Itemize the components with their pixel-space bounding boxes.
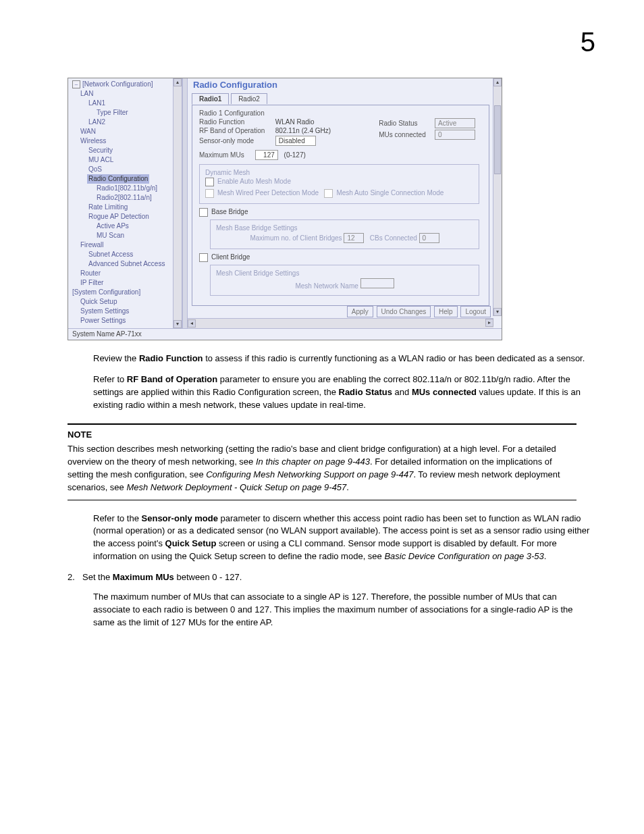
scroll-thumb[interactable] xyxy=(494,105,501,174)
nav-item-active-aps[interactable]: Active APs xyxy=(95,222,130,230)
nav-item-rate[interactable]: Rate Limiting xyxy=(87,203,129,211)
label-rfband: RF Band of Operation xyxy=(199,127,273,134)
label-maxmus: Maximum MUs xyxy=(199,151,253,159)
label-base-bridge: Base Bridge xyxy=(211,208,248,215)
checkbox-peer-detect xyxy=(205,189,214,198)
label-radio-status: Radio Status xyxy=(379,120,433,127)
scroll-left-icon[interactable]: ◂ xyxy=(188,319,196,328)
content-scrollbar-v[interactable]: ▴ ▾ xyxy=(493,78,502,316)
scroll-right-icon[interactable]: ▸ xyxy=(485,319,493,327)
nav-item-adv-subnet[interactable]: Advanced Subnet Access xyxy=(87,260,166,267)
paragraph-radio-function: Review the Radio Function to assess if t… xyxy=(93,353,590,365)
label-cbs-conn: CBs Connected xyxy=(370,234,417,242)
status-bar: System Name AP-71xx xyxy=(68,328,502,340)
button-row: Apply Undo Changes Help Logout xyxy=(346,306,491,317)
nav-item-radio2[interactable]: Radio2[802.11a/n] xyxy=(95,194,153,201)
fieldset-radio1: Radio 1 Configuration Radio Function WLA… xyxy=(192,105,489,306)
screenshot: –[Network Configuration] LAN LAN1 Type F… xyxy=(68,78,502,340)
splitter[interactable] xyxy=(182,78,188,328)
checkbox-base-bridge[interactable] xyxy=(199,208,208,217)
nav-item-qos[interactable]: QoS xyxy=(87,165,103,173)
content-title: Radio Configuration xyxy=(188,78,502,91)
nav-item-lan[interactable]: LAN xyxy=(79,90,95,97)
help-button[interactable]: Help xyxy=(434,306,458,317)
scroll-up-icon[interactable]: ▴ xyxy=(493,78,502,86)
nav-item-mu-scan[interactable]: MU Scan xyxy=(95,232,126,239)
legend-dynmesh: Dynamic Mesh xyxy=(203,169,252,176)
nav-item-subnet[interactable]: Subnet Access xyxy=(87,251,134,258)
content-pane: Radio Configuration Radio1 Radio2 Radio … xyxy=(188,78,502,328)
nav-item-wan[interactable]: WAN xyxy=(79,128,97,135)
tree-toggle-icon[interactable]: – xyxy=(72,80,80,88)
scroll-down-icon[interactable]: ▾ xyxy=(173,320,182,328)
content-scrollbar-h[interactable]: ◂ ▸ xyxy=(188,318,493,328)
nav-item-muacl[interactable]: MU ACL xyxy=(87,156,115,163)
nav-item-sysconfig[interactable]: [System Configuration] xyxy=(71,288,142,296)
step-2: 2. Set the Maximum MUs between 0 - 127. xyxy=(68,571,590,584)
value-cbs-conn: 0 xyxy=(419,233,439,243)
legend-client-bridge: Mesh Client Bridge Settings xyxy=(213,269,302,277)
nav-item-security[interactable]: Security xyxy=(87,147,114,154)
nav-item-lan2[interactable]: LAN2 xyxy=(87,118,107,126)
paragraph-rf-band: Refer to RF Band of Operation parameter … xyxy=(93,373,590,412)
checkbox-auto-mesh[interactable] xyxy=(205,178,214,186)
label-radio-function: Radio Function xyxy=(199,118,273,126)
value-radio-status: Active xyxy=(435,118,475,128)
nav-item-syssettings[interactable]: System Settings xyxy=(79,307,130,315)
nav-item-ipfilter[interactable]: IP Filter xyxy=(79,279,105,286)
note-body: This section describes mesh networking (… xyxy=(68,443,576,494)
nav-item-power[interactable]: Power Settings xyxy=(79,317,127,324)
legend-base-bridge: Mesh Base Bridge Settings xyxy=(213,224,300,232)
label-peer-detect: Mesh Wired Peer Detection Mode xyxy=(217,189,319,197)
logout-button[interactable]: Logout xyxy=(460,306,491,317)
nav-item-rogue[interactable]: Rogue AP Detection xyxy=(87,213,151,220)
nav-root[interactable]: –[Network Configuration] xyxy=(71,80,182,89)
page-number: 5 xyxy=(41,27,603,57)
apply-button[interactable]: Apply xyxy=(347,306,373,317)
label-musconn: MUs connected xyxy=(379,131,433,138)
tab-radio2[interactable]: Radio2 xyxy=(231,93,267,104)
label-single-conn: Mesh Auto Single Connection Mode xyxy=(336,189,444,197)
value-mesh-name xyxy=(360,278,394,288)
fieldset-client-bridge: Mesh Client Bridge Settings Mesh Network… xyxy=(210,265,479,296)
legend-radio1: Radio 1 Configuration xyxy=(196,109,267,117)
scroll-up-icon[interactable]: ▴ xyxy=(173,78,182,86)
label-sensor: Sensor-only mode xyxy=(199,137,273,145)
nav-tree: –[Network Configuration] LAN LAN1 Type F… xyxy=(68,78,182,328)
note-title: NOTE xyxy=(68,429,576,442)
value-rfband: 802.11n (2.4 GHz) xyxy=(275,127,331,134)
undo-button[interactable]: Undo Changes xyxy=(377,306,431,317)
nav-scrollbar[interactable]: ▴ ▾ xyxy=(173,78,182,328)
tab-radio1[interactable]: Radio1 xyxy=(192,93,229,105)
label-maxmus-range: (0-127) xyxy=(284,151,306,159)
nav-item-router[interactable]: Router xyxy=(79,269,102,277)
label-client-bridge: Client Bridge xyxy=(211,253,250,261)
input-maxmus[interactable]: 127 xyxy=(255,150,278,160)
label-max-cb: Maximum no. of Client Bridges xyxy=(250,234,342,242)
checkbox-single-conn xyxy=(324,189,333,198)
paragraph-sensor: Refer to the Sensor-only mode parameter … xyxy=(93,513,590,563)
fieldset-dynmesh: Dynamic Mesh Enable Auto Mesh Mode Mesh … xyxy=(199,164,479,204)
nav-item-radio-config[interactable]: Radio Configuration xyxy=(87,174,149,184)
scroll-down-icon[interactable]: ▾ xyxy=(493,308,502,316)
nav-item-lan1[interactable]: LAN1 xyxy=(87,99,107,107)
value-max-cb: 12 xyxy=(344,233,364,243)
value-sensor[interactable]: Disabled xyxy=(275,136,316,146)
nav-item-wireless[interactable]: Wireless xyxy=(79,137,107,145)
checkbox-client-bridge[interactable] xyxy=(199,253,208,262)
step-2-detail: The maximum number of MUs that can assoc… xyxy=(93,591,590,629)
nav-item-radio1[interactable]: Radio1[802.11b/g/n] xyxy=(95,184,159,192)
step-number: 2. xyxy=(68,571,82,584)
note-block: NOTE This section describes mesh network… xyxy=(68,423,576,500)
nav-item-quick[interactable]: Quick Setup xyxy=(79,298,118,305)
value-radio-function: WLAN Radio xyxy=(275,118,315,126)
fieldset-base-bridge: Mesh Base Bridge Settings Maximum no. of… xyxy=(210,219,479,249)
value-musconn: 0 xyxy=(435,130,475,140)
label-auto-mesh: Enable Auto Mesh Mode xyxy=(217,178,291,185)
nav-item-type-filter[interactable]: Type Filter xyxy=(95,109,130,116)
nav-item-firewall[interactable]: Firewall xyxy=(79,241,105,249)
label-mesh-name: Mesh Network Name xyxy=(295,282,358,290)
